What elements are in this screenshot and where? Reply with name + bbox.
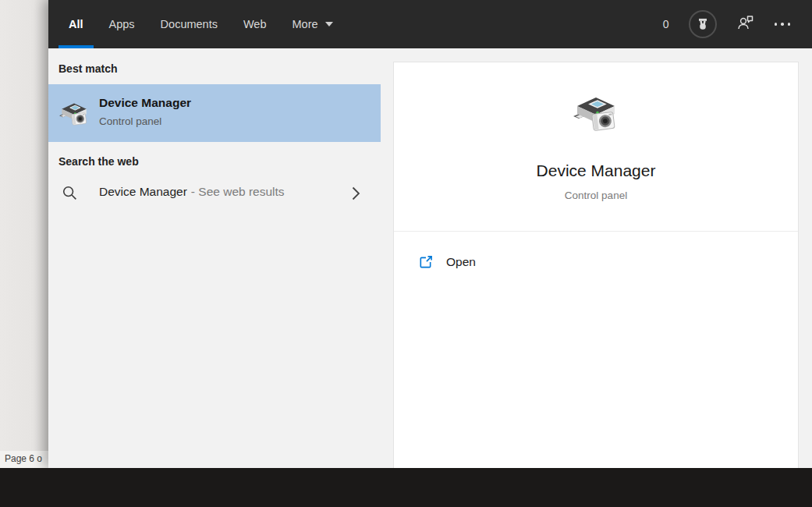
best-match-subtitle: Control panel (99, 115, 161, 127)
search-flyout: All Apps Documents Web More 0 (48, 0, 812, 468)
divider (394, 231, 798, 232)
chevron-right-icon[interactable] (352, 186, 360, 204)
taskbar: Device Manager (0, 468, 812, 507)
best-match-title: Device Manager (99, 96, 191, 110)
feedback-icon[interactable] (736, 13, 755, 35)
results-panel: Best match (48, 48, 381, 468)
search-header: All Apps Documents Web More 0 (48, 0, 812, 48)
background-status-text: Page 6 o (5, 453, 47, 464)
tab-apps[interactable]: Apps (109, 0, 135, 48)
web-suggestion-row[interactable]: Device Manager- See web results (48, 175, 381, 212)
tab-all[interactable]: All (69, 0, 83, 48)
preview-card: Device Manager Control panel Open (393, 62, 799, 468)
background-window-edge: Page 6 o (0, 0, 48, 468)
search-web-header: Search the web (59, 155, 139, 168)
preview-subtitle: Control panel (394, 190, 798, 201)
tab-more[interactable]: More (293, 0, 333, 48)
header-actions: 0 (663, 0, 790, 48)
rewards-medal-icon[interactable] (689, 10, 717, 38)
best-match-header: Best match (59, 62, 117, 75)
search-icon (62, 185, 78, 204)
preview-title: Device Manager (394, 161, 798, 180)
web-suggestion-text: Device Manager- See web results (99, 185, 285, 199)
best-match-result[interactable]: Device Manager Control panel (48, 84, 381, 142)
rewards-count: 0 (663, 18, 669, 30)
background-statusbar: Page 6 o (0, 451, 48, 468)
tab-documents[interactable]: Documents (161, 0, 218, 48)
more-options-icon[interactable] (775, 23, 791, 26)
open-label: Open (446, 255, 476, 269)
device-manager-icon (394, 87, 798, 137)
open-action[interactable]: Open (394, 245, 798, 282)
tab-web[interactable]: Web (243, 0, 267, 48)
chevron-down-icon (325, 22, 333, 27)
search-tabs: All Apps Documents Web More (69, 0, 333, 48)
web-suggestion-query: Device Manager (99, 185, 187, 198)
screen: Page 6 o All Apps Documents Web More 0 (0, 0, 812, 507)
open-external-icon (418, 255, 433, 273)
device-manager-icon (58, 97, 90, 133)
web-suggestion-hint: - See web results (191, 185, 285, 198)
